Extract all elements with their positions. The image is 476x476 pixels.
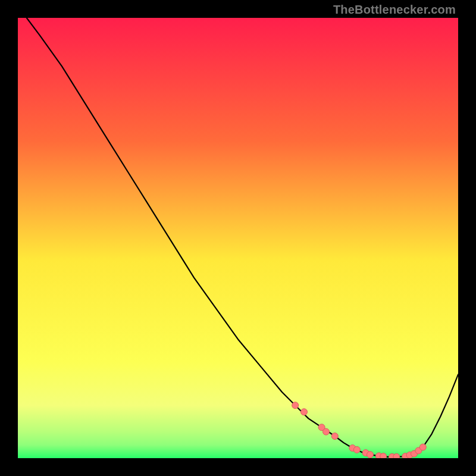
plot-area: [18, 18, 458, 458]
watermark-text: TheBottlenecker.com: [333, 3, 456, 17]
marker-point: [323, 428, 330, 435]
marker-point: [301, 409, 308, 415]
marker-point: [331, 433, 338, 440]
chart-svg: [18, 18, 458, 458]
bottleneck-curve: [27, 18, 458, 457]
marker-point: [380, 453, 387, 459]
marker-point: [353, 446, 360, 453]
chart-frame: TheBottlenecker.com: [0, 0, 476, 476]
marker-point: [367, 452, 374, 458]
marker-point: [419, 444, 426, 450]
marker-group: [292, 402, 427, 458]
marker-point: [292, 402, 299, 409]
marker-point: [393, 453, 400, 458]
